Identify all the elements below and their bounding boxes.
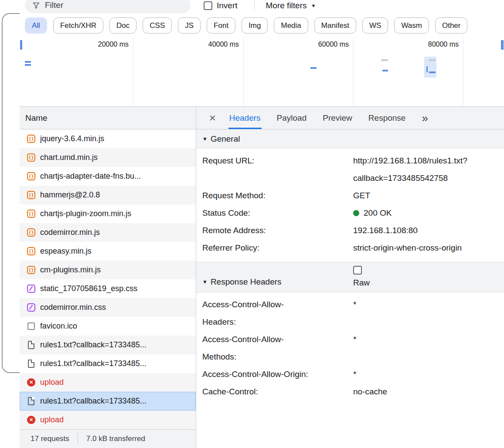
request-name: static_1707058619_esp.css xyxy=(40,284,137,293)
generic-file-icon xyxy=(27,322,35,330)
name-column-header[interactable]: Name xyxy=(20,107,196,129)
filter-chip-other[interactable]: Other xyxy=(435,17,468,34)
script-file-icon: {} xyxy=(27,228,35,237)
request-row[interactable]: {}jquery-3.6.4.min.js xyxy=(20,129,196,148)
request-row[interactable]: {}chart.umd.min.js xyxy=(20,148,196,167)
header-field-name: Request Method: xyxy=(202,187,311,204)
header-field-name: Access-Control-Allow-Methods: xyxy=(202,331,311,366)
tab-payload[interactable]: Payload xyxy=(277,107,307,129)
raw-label: Raw xyxy=(353,278,504,288)
request-row[interactable]: favicon.ico xyxy=(20,317,196,336)
close-details-button[interactable]: ✕ xyxy=(209,113,216,123)
timeline-tick-label: 60000 ms xyxy=(279,41,349,48)
dropdown-arrow-icon: ▼ xyxy=(311,3,316,8)
request-row[interactable]: rules1.txt?callback=1733485... xyxy=(20,354,196,373)
waterfall-bar xyxy=(20,40,22,50)
request-name: hammerjs@2.0.8 xyxy=(40,190,100,200)
header-field-name: Status Code: xyxy=(202,204,311,222)
request-row[interactable]: {}espeasy.min.js xyxy=(20,242,196,261)
timeline-tick-label: 80000 ms xyxy=(389,41,459,48)
header-field-row: Access-Control-Allow-Origin:* xyxy=(202,366,504,383)
filter-chip-wasm[interactable]: Wasm xyxy=(394,17,429,34)
general-section-header[interactable]: ▼ General xyxy=(196,129,504,149)
request-row[interactable]: rules1.txt?callback=1733485... xyxy=(20,336,196,354)
request-name: chartjs-adapter-date-fns.bu... xyxy=(40,172,141,181)
header-field-value: GET xyxy=(353,187,504,204)
request-name: favicon.ico xyxy=(40,322,77,331)
request-name: upload xyxy=(40,378,64,387)
header-field-name: Request URL: xyxy=(202,152,311,187)
network-filter-bar: Filter Invert More filters ▼ xyxy=(20,0,504,13)
stylesheet-file-icon xyxy=(27,285,35,293)
header-field-value: 192.168.1.108:80 xyxy=(353,222,504,239)
invert-filter[interactable]: Invert xyxy=(204,0,238,11)
waterfall-bar xyxy=(25,61,31,63)
header-field-row: Remote Address:192.168.1.108:80 xyxy=(202,222,504,239)
request-row[interactable]: {}hammerjs@2.0.8 xyxy=(20,186,196,204)
more-filters-label: More filters xyxy=(266,1,307,10)
waterfall-bar xyxy=(381,59,388,61)
request-row[interactable]: {}chartjs-plugin-zoom.min.js xyxy=(20,204,196,223)
general-section: ▼ General Request URL:http://192.168.1.1… xyxy=(196,129,504,262)
script-file-icon: {} xyxy=(27,153,35,162)
general-fields: Request URL:http://192.168.1.108/rules1.… xyxy=(196,149,504,262)
filter-chip-all[interactable]: All xyxy=(25,17,47,34)
filter-funnel-icon xyxy=(32,1,41,10)
resource-type-filter-chips: AllFetch/XHRDocCSSJSFontImgMediaManifest… xyxy=(20,13,504,37)
request-count: 17 requests xyxy=(31,434,69,443)
request-name: codemirror.min.css xyxy=(40,303,106,312)
request-row[interactable]: ✕upload xyxy=(20,373,196,392)
raw-checkbox[interactable] xyxy=(353,266,362,275)
waterfall-bar xyxy=(426,66,428,72)
more-tabs-icon[interactable]: » xyxy=(422,112,428,124)
filter-chip-css[interactable]: CSS xyxy=(143,17,172,34)
filter-chip-img[interactable]: Img xyxy=(242,17,268,34)
response-headers-title-wrap: ▼ Response Headers xyxy=(202,277,353,287)
timeline-gridline xyxy=(353,37,354,106)
filter-chip-doc[interactable]: Doc xyxy=(109,17,136,34)
request-row[interactable]: codemirror.min.css xyxy=(20,298,196,317)
header-field-row: Referrer Policy:strict-origin-when-cross… xyxy=(202,239,504,257)
request-name: upload xyxy=(40,415,64,424)
filter-chip-js[interactable]: JS xyxy=(178,17,201,34)
request-name: espeasy.min.js xyxy=(40,247,92,256)
error-icon: ✕ xyxy=(27,378,35,387)
request-row[interactable]: {}cm-plugins.min.js xyxy=(20,261,196,279)
filter-chip-manifest[interactable]: Manifest xyxy=(314,17,356,34)
header-field-value: * xyxy=(353,331,504,366)
header-field-value: 200 OK xyxy=(353,204,504,222)
request-row-selected[interactable]: rules1.txt?callback=1733485... xyxy=(20,392,196,411)
waterfall-bar xyxy=(25,64,31,66)
invert-checkbox[interactable] xyxy=(204,1,212,10)
script-file-icon: {} xyxy=(27,266,35,274)
request-row[interactable]: {}codemirror.min.js xyxy=(20,223,196,242)
header-field-row: Access-Control-Allow-Methods:* xyxy=(202,331,504,366)
devtools-screen: Filter Invert More filters ▼ AllFetch/XH… xyxy=(0,0,504,448)
error-icon: ✕ xyxy=(27,416,35,424)
script-file-icon: {} xyxy=(27,210,35,218)
request-row[interactable]: {}chartjs-adapter-date-fns.bu... xyxy=(20,167,196,186)
filter-chip-media[interactable]: Media xyxy=(274,17,308,34)
filter-chip-fetch-xhr[interactable]: Fetch/XHR xyxy=(53,17,103,34)
tab-preview[interactable]: Preview xyxy=(323,107,352,129)
header-field-name: Access-Control-Allow-Origin: xyxy=(202,366,311,383)
request-row[interactable]: ✕upload xyxy=(20,411,196,429)
response-headers-section-header[interactable]: ▼ Response Headers Raw xyxy=(196,262,504,292)
filter-input[interactable]: Filter xyxy=(25,0,191,13)
raw-toggle: Raw xyxy=(353,266,504,288)
filter-bar-divider xyxy=(254,0,255,11)
header-field-name: Cache-Control: xyxy=(202,383,311,400)
filter-chip-font[interactable]: Font xyxy=(207,17,235,34)
collapse-triangle-icon: ▼ xyxy=(202,136,208,142)
waterfall-bar xyxy=(310,67,317,69)
request-row[interactable]: static_1707058619_esp.css xyxy=(20,279,196,298)
section-title: General xyxy=(211,134,240,144)
network-main-split: Name {}jquery-3.6.4.min.js{}chart.umd.mi… xyxy=(20,107,504,448)
tab-headers[interactable]: Headers xyxy=(229,107,261,129)
tab-response[interactable]: Response xyxy=(368,107,406,129)
filter-chip-ws[interactable]: WS xyxy=(362,17,388,34)
more-filters-button[interactable]: More filters ▼ xyxy=(266,0,316,11)
waterfall-bar xyxy=(382,70,388,71)
document-file-icon xyxy=(28,341,34,349)
network-overview-timeline[interactable]: 20000 ms40000 ms60000 ms80000 ms xyxy=(20,37,504,107)
